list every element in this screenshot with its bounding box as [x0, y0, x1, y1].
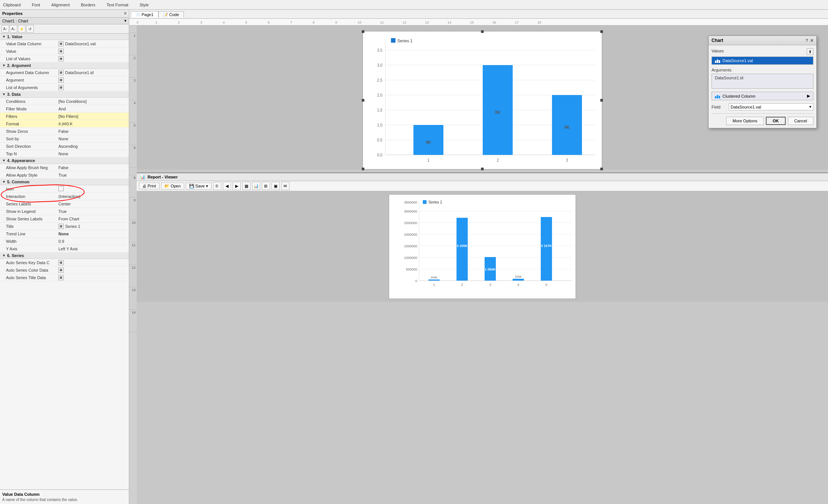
handle-bl[interactable]: [362, 168, 364, 170]
save-btn[interactable]: 💾 Save ▾: [186, 183, 212, 190]
svg-text:3,0: 3,0: [377, 63, 382, 67]
more-options-btn[interactable]: More Options: [726, 117, 764, 125]
ok-btn[interactable]: OK: [766, 117, 786, 125]
rv-view4-btn[interactable]: ▣: [272, 182, 280, 190]
section-value[interactable]: ▼ 1. Value: [0, 34, 129, 40]
prop-value: Value ▦: [0, 48, 129, 55]
dialog-field-label: Field: [712, 105, 727, 109]
svg-text:Series 1: Series 1: [397, 39, 412, 43]
svg-text:2: 2: [497, 158, 499, 162]
section-common[interactable]: ▼ 5. Common: [0, 179, 129, 185]
handle-right[interactable]: [600, 99, 603, 102]
handle-tr[interactable]: [600, 30, 603, 33]
cancel-btn[interactable]: Cancel: [788, 117, 813, 125]
svg-text:1000000: 1000000: [404, 256, 417, 260]
toolbar-alignment: Alignment: [51, 3, 70, 7]
dialog-close-btn[interactable]: ×: [810, 37, 813, 43]
dialog-field-select[interactable]: DataSource1.val ▾: [729, 103, 813, 110]
bar-chart-icon: [715, 58, 720, 63]
print-btn[interactable]: 🖨 Print: [139, 183, 160, 189]
rv-forward-btn[interactable]: ▶: [233, 182, 241, 190]
prop-tool-1[interactable]: A↑: [1, 25, 9, 33]
prop-val: None: [58, 232, 127, 236]
prop-val: ▦: [58, 260, 127, 265]
prop-label: Sort by: [6, 137, 58, 141]
rv-view2-btn[interactable]: 📊: [252, 182, 260, 190]
handle-top[interactable]: [481, 30, 484, 33]
prop-top-n: Top N None: [0, 150, 129, 158]
prop-label: Sort Direction: [6, 144, 58, 149]
handle-tl[interactable]: [362, 30, 364, 33]
report-white-box: 0 500000 1000000 1500000 2000000 2500000…: [389, 194, 576, 299]
ruler-mark-5: 5: [245, 21, 247, 24]
dialog-values-label: Values: [712, 49, 724, 53]
section-appearance[interactable]: ▼ 4. Appearance: [0, 158, 129, 164]
row-num-14: 14: [129, 310, 137, 332]
rv-view3-btn[interactable]: ⊞: [262, 182, 270, 190]
tab-page1-label: Page1: [142, 12, 154, 17]
section-series-arrow: ▼: [2, 254, 6, 257]
svg-text:0,0: 0,0: [377, 153, 382, 157]
svg-text:2,0: 2,0: [377, 93, 382, 97]
prop-icon: ▦: [58, 268, 64, 273]
handle-bottom[interactable]: [481, 168, 484, 170]
rv-view1-btn[interactable]: ▦: [242, 182, 251, 190]
prop-list-of-arguments: List of Arguments ▦: [0, 84, 129, 91]
prop-sort-by: Sort by None: [0, 135, 129, 143]
chart-white-box[interactable]: 0,0 0,5 1,0 1,5 2,0 2,5 3,0 3,5 Serie: [363, 31, 602, 169]
section-series[interactable]: ▼ 6. Series: [0, 253, 129, 259]
dialog-upload-btn[interactable]: ⬆: [807, 48, 813, 55]
prop-label: Value: [6, 49, 58, 54]
svg-text:1,5: 1,5: [377, 108, 382, 112]
section-data[interactable]: ▼ 3. Data: [0, 91, 129, 98]
ruler-mark-15: 15: [470, 21, 474, 24]
prop-auto-title: Auto Series Title Data ▦: [0, 274, 129, 281]
prop-val: True: [58, 209, 127, 214]
svg-text:3 100K: 3 100K: [457, 244, 468, 248]
row-num-1: 1: [129, 33, 137, 55]
rv-view5-btn[interactable]: ✉: [281, 182, 289, 190]
chart-selector-arrow[interactable]: ▾: [124, 18, 127, 23]
properties-subheader: Chart1 : Chart ▾: [0, 18, 129, 24]
rv-copy-btn[interactable]: ⎘: [213, 182, 221, 190]
prop-show-in-legend: Show in Legend True: [0, 208, 129, 215]
ruler-mark-16: 16: [492, 21, 496, 24]
tab-code[interactable]: 📝 Code: [158, 11, 184, 18]
prop-title-text: Series 1: [65, 224, 80, 229]
dialog-chart-type[interactable]: Clustered Column ▶: [712, 92, 813, 100]
chart-type-arrow: ▶: [807, 94, 810, 98]
prop-value-text: DataSource1.id: [65, 70, 94, 75]
prop-label: Icon: [6, 187, 58, 191]
prop-icon: ▦: [58, 224, 64, 229]
row-num-3: 3: [129, 78, 137, 100]
properties-close-btn[interactable]: ×: [124, 11, 127, 16]
ruler-mark-8: 8: [313, 21, 315, 24]
prop-val: [58, 186, 127, 192]
ruler-mark-1: 1: [155, 21, 157, 24]
icon-checkbox[interactable]: [58, 186, 64, 191]
tab-page1[interactable]: 📄 Page1: [131, 11, 158, 18]
prop-val: Left Y Axis: [58, 247, 127, 251]
prop-label: Argument: [6, 78, 58, 82]
handle-br[interactable]: [600, 168, 603, 170]
handle-left[interactable]: [362, 99, 364, 102]
section-series-title: 6. Series: [7, 253, 24, 258]
prop-tool-2[interactable]: A↓: [10, 25, 17, 33]
prop-tool-4[interactable]: ↺: [26, 25, 34, 33]
rv-back-btn[interactable]: ◀: [223, 182, 231, 190]
tab-bar: 📄 Page1 📝 Code: [129, 10, 828, 19]
prop-tool-3[interactable]: ⚡: [18, 25, 25, 33]
prop-label: Filters: [6, 114, 58, 119]
dialog-help-btn[interactable]: ?: [806, 38, 808, 43]
svg-rect-53: [513, 279, 524, 281]
section-argument[interactable]: ▼ 2. Argument: [0, 62, 129, 69]
dialog-value-item[interactable]: DataSource1.val: [712, 57, 813, 64]
prop-auto-color: Auto Series Color Data ▦: [0, 266, 129, 274]
prop-sort-direction: Sort Direction Ascending: [0, 143, 129, 150]
open-btn[interactable]: 📂 Open: [161, 183, 184, 190]
dialog-title: Chart: [712, 38, 723, 43]
svg-text:2000000: 2000000: [404, 233, 417, 236]
prop-filters: Filters [No Filters]: [0, 113, 129, 120]
svg-text:1,0: 1,0: [377, 123, 382, 127]
footer-desc: A name of the column that contains the v…: [2, 498, 127, 502]
